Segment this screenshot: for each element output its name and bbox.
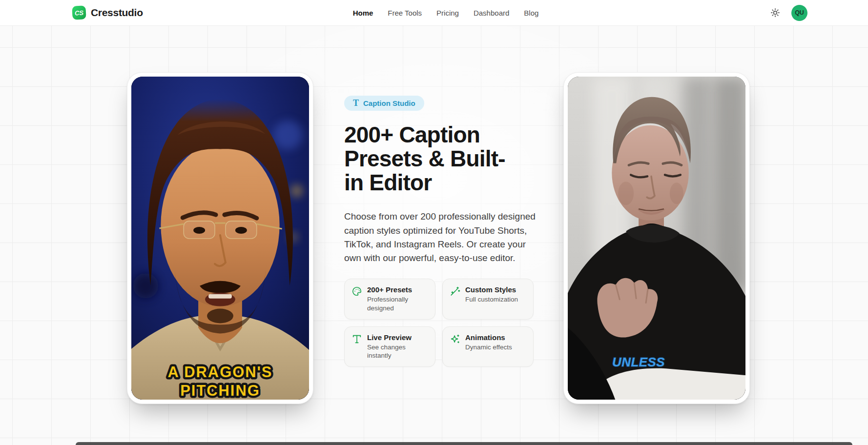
brand-home-link[interactable]: CS Cresstudio bbox=[72, 0, 143, 25]
video-screen-right: UNLESS bbox=[568, 77, 745, 400]
user-avatar[interactable]: QU bbox=[791, 5, 807, 21]
type-tool-icon: T bbox=[353, 99, 359, 107]
feature-subtitle: See changes instantly bbox=[367, 343, 428, 361]
right-video-caption: UNLESS bbox=[612, 355, 665, 369]
theme-toggle-button[interactable] bbox=[770, 7, 781, 18]
feature-title: Animations bbox=[465, 333, 512, 342]
navbar: CS Cresstudio Home Free Tools Pricing Da… bbox=[0, 0, 868, 26]
nav-link-pricing[interactable]: Pricing bbox=[436, 9, 459, 17]
feature-subtitle: Full customization bbox=[465, 295, 518, 304]
type-tool-icon bbox=[351, 334, 362, 344]
interview-portrait: UNLESS bbox=[568, 77, 745, 400]
nav-link-free-tools[interactable]: Free Tools bbox=[388, 9, 422, 17]
caption-studio-badge: T Caption Studio bbox=[344, 96, 424, 111]
feature-card-live-preview: Live Preview See changes instantly bbox=[344, 326, 435, 367]
nav-link-home[interactable]: Home bbox=[353, 9, 373, 17]
feature-title: Live Preview bbox=[367, 333, 428, 342]
demo-video-left[interactable]: A DRAGON'S PITCHING bbox=[127, 72, 313, 404]
page-title: 200+ Caption Presets & Built- in Editor bbox=[344, 123, 540, 195]
nav-link-blog[interactable]: Blog bbox=[524, 9, 538, 17]
headline-line-3: in Editor bbox=[344, 171, 540, 195]
nav-links: Home Free Tools Pricing Dashboard Blog bbox=[353, 0, 539, 25]
sun-icon bbox=[770, 8, 780, 18]
brand-name: Cresstudio bbox=[91, 7, 143, 19]
video-screen-left: A DRAGON'S PITCHING bbox=[131, 77, 309, 400]
nav-right-controls: QU bbox=[770, 0, 807, 25]
left-video-caption-line1: A DRAGON'S bbox=[168, 364, 273, 381]
brand-logo-icon: CS bbox=[72, 5, 86, 20]
left-video-caption-line2: PITCHING bbox=[180, 382, 260, 399]
feature-grid: 200+ Presets Professionally designed Cus… bbox=[344, 279, 540, 367]
talk-show-portrait: A DRAGON'S PITCHING bbox=[131, 77, 309, 400]
demo-video-right[interactable]: UNLESS bbox=[563, 72, 750, 404]
palette-icon bbox=[351, 286, 362, 297]
nav-link-dashboard[interactable]: Dashboard bbox=[474, 9, 509, 17]
feature-card-custom-styles: Custom Styles Full customization bbox=[442, 279, 534, 320]
sparkles-icon bbox=[450, 334, 460, 344]
feature-card-animations: Animations Dynamic effects bbox=[442, 326, 534, 367]
magic-wand-icon bbox=[450, 286, 460, 297]
headline-line-2: Presets & Built- bbox=[344, 147, 540, 171]
hero-section: T Caption Studio 200+ Caption Presets & … bbox=[344, 96, 540, 367]
feature-title: 200+ Presets bbox=[367, 285, 428, 294]
landing-page: CS Cresstudio Home Free Tools Pricing Da… bbox=[0, 0, 868, 445]
feature-card-presets: 200+ Presets Professionally designed bbox=[344, 279, 435, 320]
feature-subtitle: Professionally designed bbox=[367, 295, 428, 313]
badge-label: Caption Studio bbox=[363, 99, 415, 107]
headline-line-1: 200+ Caption bbox=[344, 123, 540, 147]
feature-subtitle: Dynamic effects bbox=[465, 343, 512, 352]
feature-title: Custom Styles bbox=[465, 285, 518, 294]
hero-description: Choose from over 200 professionally desi… bbox=[344, 210, 544, 264]
next-section-peek bbox=[76, 442, 852, 445]
